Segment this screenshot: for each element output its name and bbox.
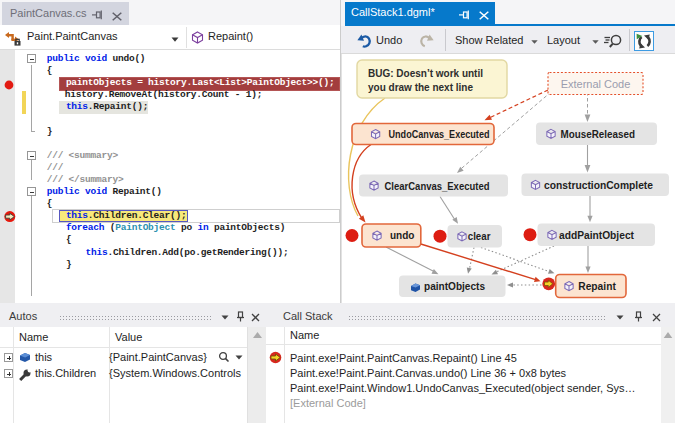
svg-text:MouseReleased: MouseReleased xyxy=(561,129,635,140)
svg-text:UndoCanvas_Executed: UndoCanvas_Executed xyxy=(389,129,490,140)
svg-text:clear: clear xyxy=(468,231,491,242)
svg-text:constructionComplete: constructionComplete xyxy=(544,180,653,191)
svg-text:undo: undo xyxy=(390,230,415,241)
svg-text:Repaint: Repaint xyxy=(578,281,616,292)
svg-text:you draw the next line: you draw the next line xyxy=(368,82,473,93)
svg-text:ClearCanvas_Executed: ClearCanvas_Executed xyxy=(385,181,490,192)
svg-text:addPaintObject: addPaintObject xyxy=(559,230,635,241)
svg-text:External Code: External Code xyxy=(561,78,631,90)
svg-text:BUG: Doesn’t work until: BUG: Doesn’t work until xyxy=(368,68,483,79)
svg-text:paintObjects: paintObjects xyxy=(424,281,485,292)
